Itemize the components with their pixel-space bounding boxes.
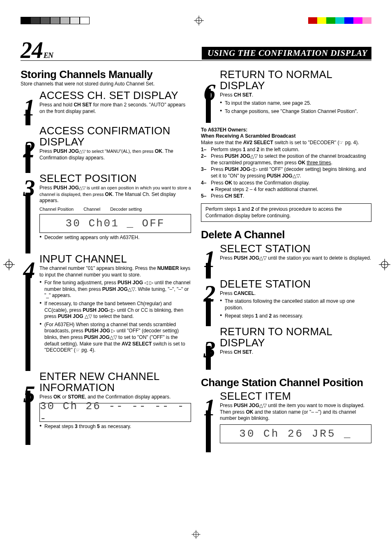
segment-display: 30 Ch01 _ OFF	[39, 214, 191, 233]
page-number-value: 24	[21, 37, 43, 63]
step6-title: RETURN TO NORMAL DISPLAY	[220, 69, 371, 92]
section-heading-change: Change Station Channel Position	[201, 377, 371, 388]
registration-mark-icon	[194, 16, 204, 25]
step1-title: ACCESS CH. SET DISPLAY	[39, 90, 191, 101]
step5-repeat: Repeat steps 3 through 5 as necessary.	[39, 424, 191, 430]
page-header: 24EN USING THE CONFIRMATION DISPLAY	[21, 41, 371, 61]
delete-step2-bullets: The stations following the cancelled sta…	[220, 298, 371, 319]
owners-subheading: When Receiving A Scrambled Broadcast	[201, 133, 371, 140]
change-step1-body: Press PUSH JOG△▽ until the item you want…	[220, 403, 371, 422]
step3-title: SELECT POSITION	[39, 173, 191, 184]
delete-step2-title: DELETE STATION	[220, 279, 371, 290]
page-title: USING THE CONFIRMATION DISPLAY	[202, 47, 371, 60]
step6-body: Press CH SET.	[220, 92, 371, 99]
display-labels: Channel Position Channel Decoder setting	[39, 207, 191, 212]
step3-body: Press PUSH JOG△▽ is until an open positi…	[39, 185, 191, 204]
page-lang: EN	[44, 51, 53, 60]
step4-bullets: For fine tuning adjustment, press PUSH J…	[39, 280, 191, 354]
segment-display: 30 Ch 26 -- -- -- --	[39, 403, 191, 422]
change-step1-title: SELECT ITEM	[220, 391, 371, 402]
delete-step1-title: SELECT STATION	[220, 243, 371, 254]
page-number: 24EN	[21, 41, 53, 60]
section-heading-storing: Storing Channels Manually	[21, 69, 191, 80]
step3-note: Decoder setting appears only with A637EH…	[39, 235, 191, 241]
delete-step3-body: Press CH SET.	[220, 349, 371, 356]
store-intro: Store channels that were not stored duri…	[21, 81, 191, 88]
step2-body: Press PUSH JOG△▽ to select "MANU"(AL), t…	[39, 148, 191, 161]
color-swatches	[308, 17, 371, 24]
step2-title: ACCESS CONFIRMATION DISPLAY	[39, 125, 191, 148]
segment-display: 30 Ch 26 JR5 _	[220, 424, 371, 443]
owners-steps: 1–Perform steps 1 and 2 in the left colu…	[201, 146, 371, 200]
step4-body: The channel number "01" appears blinking…	[39, 265, 191, 278]
print-marks-top	[21, 12, 371, 29]
step6-bullets: To input the station name, see page 25. …	[220, 100, 371, 115]
delete-step2-body: Press CANCEL.	[220, 290, 371, 297]
owners-intro: Make sure that the AV2 SELECT switch is …	[201, 140, 371, 146]
step5-body: Press OK or STORE, and the Confirmation …	[39, 394, 191, 401]
note-box: Perform steps 1 and 2 of the previous pr…	[201, 203, 371, 222]
registration-mark-icon	[379, 259, 390, 270]
step4-title: INPUT CHANNEL	[39, 253, 191, 265]
step5-title: ENTER NEW CHANNEL INFORMATION	[39, 371, 191, 394]
step1-body: Press and hold CH SET for more than 2 se…	[39, 102, 191, 115]
delete-step1-body: Press PUSH JOG△▽ until the station you w…	[220, 255, 371, 262]
delete-step3-title: RETURN TO NORMAL DISPLAY	[220, 326, 371, 349]
registration-mark-icon	[3, 259, 15, 270]
left-column: Storing Channels Manually Store channels…	[21, 67, 191, 452]
mono-swatches	[21, 17, 90, 24]
right-column: 6 RETURN TO NORMAL DISPLAY Press CH SET.…	[201, 67, 371, 452]
owners-heading: To A637EH Owners:	[201, 127, 371, 134]
registration-mark-icon	[191, 530, 201, 539]
section-heading-delete: Delete A Channel	[201, 229, 371, 240]
